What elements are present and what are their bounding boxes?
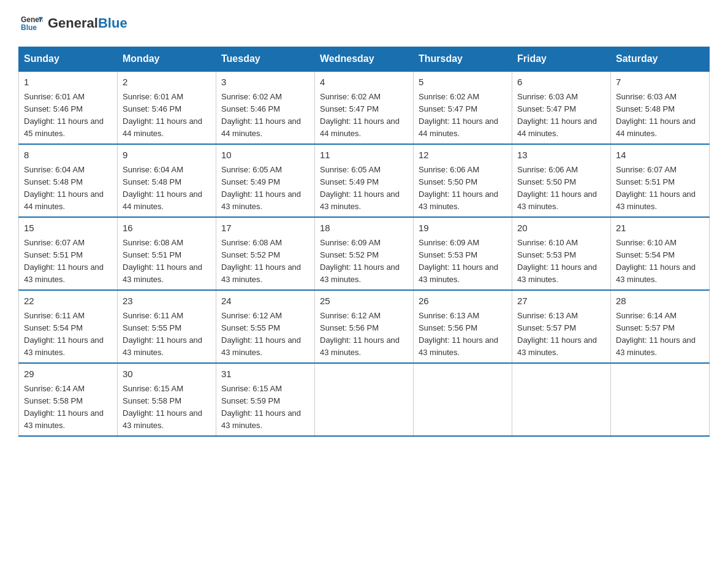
calendar-cell: 12Sunrise: 6:06 AMSunset: 5:50 PMDayligh… xyxy=(414,144,512,217)
day-number: 16 xyxy=(123,221,211,236)
calendar-cell: 19Sunrise: 6:09 AMSunset: 5:53 PMDayligh… xyxy=(414,217,512,290)
calendar-cell xyxy=(414,363,512,436)
calendar-cell: 4Sunrise: 6:02 AMSunset: 5:47 PMDaylight… xyxy=(315,71,414,144)
day-number: 29 xyxy=(24,367,112,381)
day-info: Sunrise: 6:12 AMSunset: 5:56 PMDaylight:… xyxy=(320,311,400,357)
day-info: Sunrise: 6:08 AMSunset: 5:52 PMDaylight:… xyxy=(221,238,301,284)
calendar-cell: 27Sunrise: 6:13 AMSunset: 5:57 PMDayligh… xyxy=(512,290,611,363)
calendar-cell: 18Sunrise: 6:09 AMSunset: 5:52 PMDayligh… xyxy=(315,217,414,290)
col-header-tuesday: Tuesday xyxy=(216,47,315,72)
day-info: Sunrise: 6:15 AMSunset: 5:59 PMDaylight:… xyxy=(221,384,301,430)
calendar-week-row: 15Sunrise: 6:07 AMSunset: 5:51 PMDayligh… xyxy=(19,217,710,290)
day-number: 25 xyxy=(320,294,408,308)
calendar-cell: 22Sunrise: 6:11 AMSunset: 5:54 PMDayligh… xyxy=(19,290,118,363)
day-number: 14 xyxy=(616,148,704,163)
calendar-cell: 14Sunrise: 6:07 AMSunset: 5:51 PMDayligh… xyxy=(611,144,710,217)
calendar-cell: 25Sunrise: 6:12 AMSunset: 5:56 PMDayligh… xyxy=(315,290,414,363)
day-info: Sunrise: 6:03 AMSunset: 5:48 PMDaylight:… xyxy=(616,92,696,138)
col-header-friday: Friday xyxy=(512,47,611,72)
day-info: Sunrise: 6:04 AMSunset: 5:48 PMDaylight:… xyxy=(123,165,202,211)
day-number: 13 xyxy=(517,148,605,163)
logo: General Blue GeneralBlue xyxy=(18,12,127,34)
day-number: 8 xyxy=(24,148,112,163)
calendar-week-row: 8Sunrise: 6:04 AMSunset: 5:48 PMDaylight… xyxy=(19,144,710,217)
calendar-week-row: 1Sunrise: 6:01 AMSunset: 5:46 PMDaylight… xyxy=(19,71,710,144)
col-header-monday: Monday xyxy=(118,47,216,72)
day-info: Sunrise: 6:14 AMSunset: 5:57 PMDaylight:… xyxy=(616,311,696,357)
day-info: Sunrise: 6:07 AMSunset: 5:51 PMDaylight:… xyxy=(616,165,696,211)
day-info: Sunrise: 6:01 AMSunset: 5:46 PMDaylight:… xyxy=(24,92,104,138)
header: General Blue GeneralBlue xyxy=(18,12,710,34)
day-info: Sunrise: 6:15 AMSunset: 5:58 PMDaylight:… xyxy=(123,384,202,430)
calendar-cell: 30Sunrise: 6:15 AMSunset: 5:58 PMDayligh… xyxy=(118,363,216,436)
calendar-cell: 16Sunrise: 6:08 AMSunset: 5:51 PMDayligh… xyxy=(118,217,216,290)
day-number: 3 xyxy=(221,75,309,90)
day-number: 31 xyxy=(221,367,309,381)
col-header-wednesday: Wednesday xyxy=(315,47,414,72)
calendar-cell: 8Sunrise: 6:04 AMSunset: 5:48 PMDaylight… xyxy=(19,144,118,217)
day-number: 9 xyxy=(123,148,211,163)
day-number: 26 xyxy=(419,294,507,308)
calendar-cell: 15Sunrise: 6:07 AMSunset: 5:51 PMDayligh… xyxy=(19,217,118,290)
day-number: 20 xyxy=(517,221,605,236)
day-number: 30 xyxy=(123,367,211,381)
day-info: Sunrise: 6:06 AMSunset: 5:50 PMDaylight:… xyxy=(517,165,597,211)
day-number: 22 xyxy=(24,294,112,308)
day-info: Sunrise: 6:09 AMSunset: 5:53 PMDaylight:… xyxy=(419,238,498,284)
svg-text:General: General xyxy=(21,15,43,24)
day-info: Sunrise: 6:13 AMSunset: 5:57 PMDaylight:… xyxy=(517,311,597,357)
day-info: Sunrise: 6:02 AMSunset: 5:47 PMDaylight:… xyxy=(419,92,498,138)
calendar-cell: 7Sunrise: 6:03 AMSunset: 5:48 PMDaylight… xyxy=(611,71,710,144)
calendar-cell: 26Sunrise: 6:13 AMSunset: 5:56 PMDayligh… xyxy=(414,290,512,363)
day-info: Sunrise: 6:06 AMSunset: 5:50 PMDaylight:… xyxy=(419,165,498,211)
day-info: Sunrise: 6:01 AMSunset: 5:46 PMDaylight:… xyxy=(123,92,202,138)
day-info: Sunrise: 6:14 AMSunset: 5:58 PMDaylight:… xyxy=(24,384,104,430)
day-number: 11 xyxy=(320,148,408,163)
day-number: 27 xyxy=(517,294,605,308)
day-number: 2 xyxy=(123,75,211,90)
day-number: 1 xyxy=(24,75,112,90)
day-number: 28 xyxy=(616,294,704,308)
calendar-cell: 29Sunrise: 6:14 AMSunset: 5:58 PMDayligh… xyxy=(19,363,118,436)
day-info: Sunrise: 6:11 AMSunset: 5:55 PMDaylight:… xyxy=(123,311,202,357)
calendar-cell: 11Sunrise: 6:05 AMSunset: 5:49 PMDayligh… xyxy=(315,144,414,217)
day-number: 10 xyxy=(221,148,309,163)
day-number: 23 xyxy=(123,294,211,308)
day-number: 12 xyxy=(419,148,507,163)
calendar-cell: 20Sunrise: 6:10 AMSunset: 5:53 PMDayligh… xyxy=(512,217,611,290)
calendar-cell: 10Sunrise: 6:05 AMSunset: 5:49 PMDayligh… xyxy=(216,144,315,217)
day-info: Sunrise: 6:10 AMSunset: 5:54 PMDaylight:… xyxy=(616,238,696,284)
calendar-cell: 5Sunrise: 6:02 AMSunset: 5:47 PMDaylight… xyxy=(414,71,512,144)
day-info: Sunrise: 6:03 AMSunset: 5:47 PMDaylight:… xyxy=(517,92,597,138)
col-header-thursday: Thursday xyxy=(414,47,512,72)
calendar-table: SundayMondayTuesdayWednesdayThursdayFrid… xyxy=(18,47,710,437)
day-number: 24 xyxy=(221,294,309,308)
calendar-cell xyxy=(512,363,611,436)
day-info: Sunrise: 6:08 AMSunset: 5:51 PMDaylight:… xyxy=(123,238,202,284)
logo-text-general: General xyxy=(48,15,98,31)
day-info: Sunrise: 6:09 AMSunset: 5:52 PMDaylight:… xyxy=(320,238,400,284)
col-header-sunday: Sunday xyxy=(19,47,118,72)
day-info: Sunrise: 6:05 AMSunset: 5:49 PMDaylight:… xyxy=(320,165,400,211)
day-info: Sunrise: 6:11 AMSunset: 5:54 PMDaylight:… xyxy=(24,311,104,357)
day-number: 5 xyxy=(419,75,507,90)
calendar-cell: 24Sunrise: 6:12 AMSunset: 5:55 PMDayligh… xyxy=(216,290,315,363)
generalblue-logo-icon: General Blue xyxy=(21,12,43,34)
calendar-cell: 2Sunrise: 6:01 AMSunset: 5:46 PMDaylight… xyxy=(118,71,216,144)
day-info: Sunrise: 6:07 AMSunset: 5:51 PMDaylight:… xyxy=(24,238,104,284)
day-number: 21 xyxy=(616,221,704,236)
day-number: 4 xyxy=(320,75,408,90)
day-number: 19 xyxy=(419,221,507,236)
calendar-cell: 6Sunrise: 6:03 AMSunset: 5:47 PMDaylight… xyxy=(512,71,611,144)
day-number: 7 xyxy=(616,75,704,90)
calendar-header-row: SundayMondayTuesdayWednesdayThursdayFrid… xyxy=(19,47,710,72)
day-number: 15 xyxy=(24,221,112,236)
calendar-cell xyxy=(611,363,710,436)
svg-text:Blue: Blue xyxy=(21,23,37,32)
calendar-cell: 13Sunrise: 6:06 AMSunset: 5:50 PMDayligh… xyxy=(512,144,611,217)
calendar-cell: 9Sunrise: 6:04 AMSunset: 5:48 PMDaylight… xyxy=(118,144,216,217)
day-info: Sunrise: 6:13 AMSunset: 5:56 PMDaylight:… xyxy=(419,311,498,357)
col-header-saturday: Saturday xyxy=(611,47,710,72)
calendar-cell: 28Sunrise: 6:14 AMSunset: 5:57 PMDayligh… xyxy=(611,290,710,363)
logo-text-blue: Blue xyxy=(98,15,127,31)
